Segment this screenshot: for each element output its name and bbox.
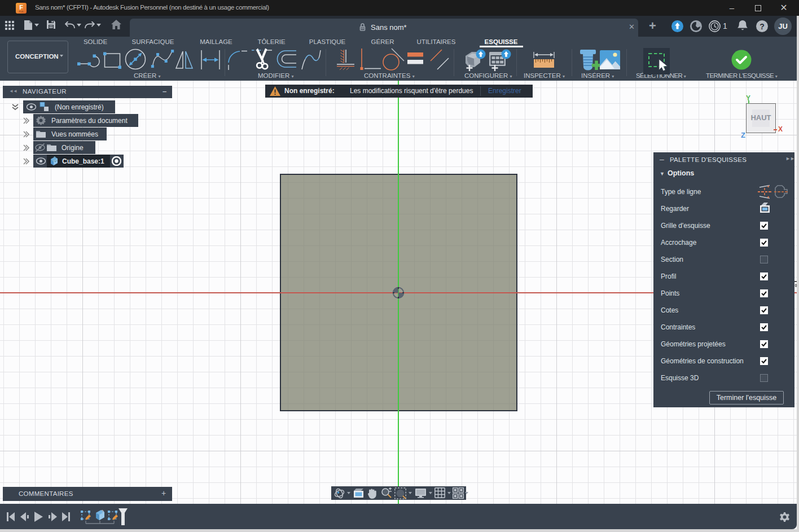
svg-text:FUS: FUS [19,10,24,13]
svg-text:?: ? [760,22,765,31]
svg-text:⚓: ⚓ [51,156,58,162]
